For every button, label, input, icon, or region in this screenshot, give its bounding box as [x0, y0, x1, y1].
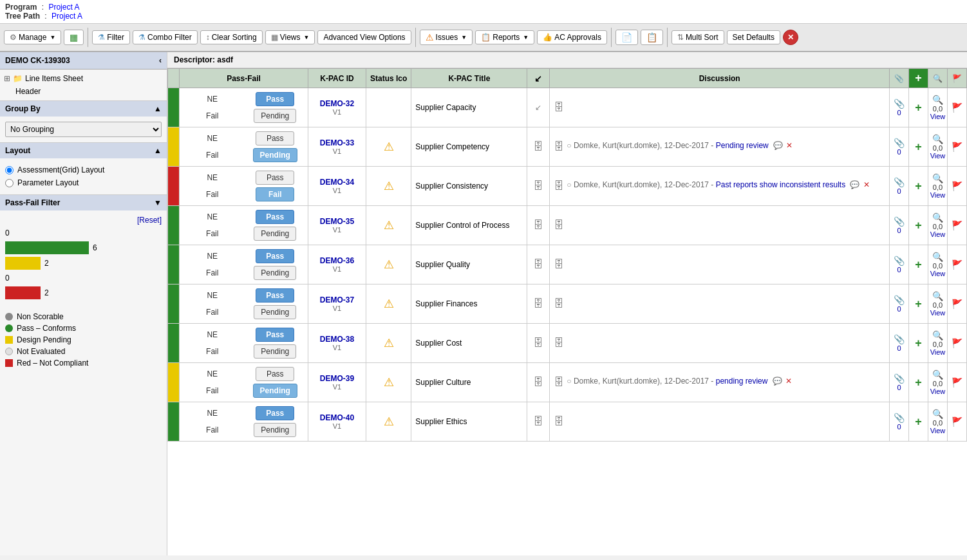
pending-button[interactable]: Pending	[254, 344, 296, 359]
add-cell[interactable]: +	[909, 245, 928, 285]
tree-item-line-items[interactable]: ⊞ 📁 Line Items Sheet	[3, 72, 164, 85]
pending-button[interactable]: Fail	[256, 187, 294, 201]
pending-button[interactable]: Pending	[253, 148, 297, 162]
add-icon[interactable]: +	[915, 180, 922, 192]
layout-option-param[interactable]: Parameter Layout	[5, 176, 162, 189]
paste-button[interactable]: 📋	[641, 30, 663, 45]
add-icon[interactable]: +	[915, 376, 922, 389]
copy-button[interactable]: 📄	[615, 30, 638, 45]
add-cell[interactable]: +	[909, 127, 928, 167]
kpac-id-link[interactable]: DEMO-32	[311, 99, 363, 108]
search-icon[interactable]: 🔍	[932, 369, 943, 380]
kpac-id-link[interactable]: DEMO-39	[311, 374, 363, 383]
pass-button[interactable]: Pass	[256, 249, 294, 263]
flag-icon[interactable]: 🚩	[952, 102, 962, 113]
disc-comment-icon[interactable]: 💬	[773, 141, 783, 150]
pending-button[interactable]: Pending	[254, 423, 296, 437]
clear-sorting-button[interactable]: ↕ Clear Sorting	[200, 30, 263, 44]
collapse-icon[interactable]: ‹	[159, 56, 162, 65]
flag-icon[interactable]: 🚩	[952, 416, 962, 427]
attach-icon[interactable]: 📎	[894, 138, 905, 148]
flag-icon[interactable]: 🚩	[952, 181, 962, 191]
issues-button[interactable]: ⚠ Issues	[420, 30, 473, 45]
pass-button[interactable]: Pass	[256, 210, 294, 224]
add-cell[interactable]: +	[909, 88, 928, 127]
pf-bar-green[interactable]: 6	[5, 241, 162, 254]
pass-button[interactable]: Pass	[256, 328, 294, 342]
kpac-id-link[interactable]: DEMO-40	[311, 413, 363, 422]
kpac-id-link[interactable]: DEMO-38	[311, 335, 363, 344]
view-link[interactable]: View	[930, 387, 946, 395]
view-link[interactable]: View	[930, 230, 946, 238]
search-icon[interactable]: 🔍	[932, 173, 943, 183]
add-icon[interactable]: +	[915, 258, 922, 271]
layout-option-grid[interactable]: Assessment(Grid) Layout	[5, 163, 162, 176]
view-link[interactable]: View	[930, 113, 946, 120]
pending-button[interactable]: Pending	[254, 227, 296, 241]
add-icon[interactable]: +	[915, 297, 922, 310]
add-cell[interactable]: +	[909, 402, 928, 442]
attach-icon[interactable]: 📎	[894, 334, 905, 344]
add-icon[interactable]: +	[915, 415, 922, 428]
search-icon[interactable]: 🔍	[932, 409, 943, 419]
excel-button[interactable]: ▦	[64, 30, 84, 45]
add-cell[interactable]: +	[909, 324, 928, 363]
kpac-id-link[interactable]: DEMO-33	[311, 138, 363, 147]
attach-icon[interactable]: 📎	[894, 216, 905, 227]
pass-button[interactable]: Pass	[256, 92, 294, 106]
group-by-header[interactable]: Group By ▲	[0, 101, 167, 117]
reports-button[interactable]: 📋 Reports	[475, 30, 534, 44]
pass-button[interactable]: Pass	[256, 406, 294, 420]
add-icon[interactable]: +	[915, 101, 922, 114]
disc-comment-icon[interactable]: 💬	[773, 377, 782, 386]
disc-comment-icon[interactable]: 💬	[850, 180, 859, 189]
view-link[interactable]: View	[930, 191, 946, 199]
attach-icon[interactable]: 📎	[894, 373, 905, 384]
ac-approvals-button[interactable]: 👍 AC Approvals	[537, 30, 607, 44]
add-cell[interactable]: +	[909, 285, 928, 324]
add-cell[interactable]: +	[909, 206, 928, 245]
pf-bar-red[interactable]: 2	[5, 286, 162, 299]
pass-button[interactable]: Pass	[256, 367, 294, 381]
add-icon[interactable]: +	[915, 219, 922, 232]
view-link[interactable]: View	[930, 270, 946, 277]
attach-icon[interactable]: 📎	[894, 98, 905, 109]
pending-button[interactable]: Pending	[254, 305, 296, 319]
multi-sort-button[interactable]: ⇅ Multi Sort	[671, 30, 724, 44]
disc-text[interactable]: Pending review	[716, 141, 769, 150]
tree-item-header[interactable]: Header	[3, 85, 164, 98]
view-link[interactable]: View	[930, 152, 946, 160]
pass-button[interactable]: Pass	[256, 131, 294, 145]
views-button[interactable]: ▦ Views	[265, 30, 315, 44]
add-icon[interactable]: +	[915, 337, 922, 350]
disc-close-icon[interactable]: ✕	[863, 180, 870, 189]
disc-close-icon[interactable]: ✕	[786, 141, 793, 150]
set-defaults-button[interactable]: Set Defaults	[727, 30, 780, 44]
group-by-select[interactable]: No Grouping	[5, 122, 162, 137]
flag-icon[interactable]: 🚩	[952, 142, 962, 152]
manage-button[interactable]: ⚙ Manage	[4, 30, 61, 44]
add-cell[interactable]: +	[909, 167, 928, 206]
combo-filter-button[interactable]: ⚗ Combo Filter	[133, 30, 198, 44]
pending-button[interactable]: Pending	[253, 384, 297, 398]
pf-bar-yellow[interactable]: 2	[5, 257, 162, 270]
kpac-id-link[interactable]: DEMO-34	[311, 178, 363, 187]
kpac-id-link[interactable]: DEMO-36	[311, 256, 363, 265]
flag-icon[interactable]: 🚩	[952, 220, 962, 230]
grid-container[interactable]: Pass-Fail K-PAC ID Status Ico K-PAC Titl…	[167, 68, 967, 555]
advanced-view-options-button[interactable]: Advanced View Options	[317, 30, 411, 44]
attach-icon[interactable]: 📎	[894, 256, 905, 266]
disc-text[interactable]: pending review	[716, 377, 768, 386]
search-icon[interactable]: 🔍	[932, 252, 943, 262]
disc-close-icon[interactable]: ✕	[785, 377, 792, 386]
view-link[interactable]: View	[930, 309, 946, 317]
attach-icon[interactable]: 📎	[894, 413, 905, 423]
attach-icon[interactable]: 📎	[894, 295, 905, 305]
layout-header[interactable]: Layout ▲	[0, 143, 167, 158]
layout-radio-param[interactable]	[5, 179, 14, 187]
flag-icon[interactable]: 🚩	[952, 299, 962, 309]
disc-text[interactable]: Past reports show inconsistent results	[716, 180, 845, 189]
pf-reset-link[interactable]: [Reset]	[5, 216, 162, 225]
pending-button[interactable]: Pending	[254, 109, 296, 123]
pass-button[interactable]: Pass	[256, 288, 294, 303]
